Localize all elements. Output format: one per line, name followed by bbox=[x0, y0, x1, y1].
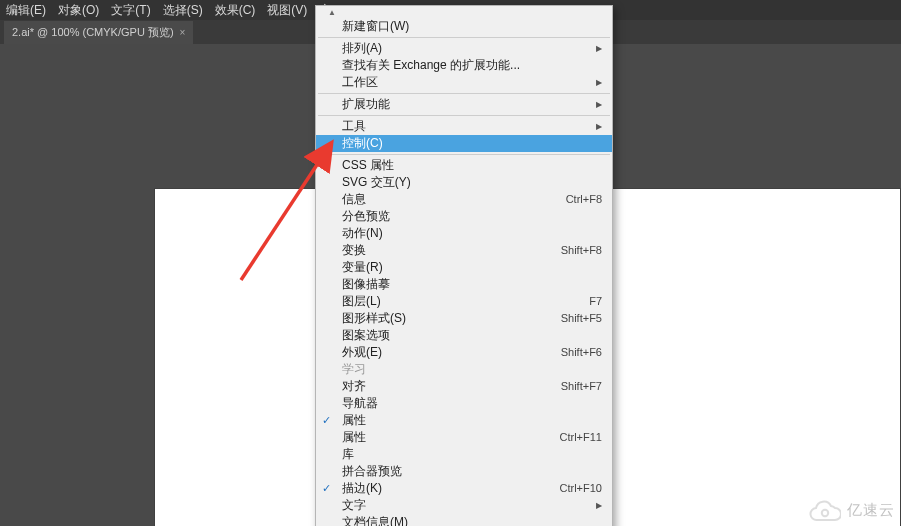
menu-item[interactable]: 图像描摹 bbox=[316, 276, 612, 293]
menu-item[interactable]: 文字▶ bbox=[316, 497, 612, 514]
menu-item[interactable]: 动作(N) bbox=[316, 225, 612, 242]
menu-item[interactable]: 外观(E)Shift+F6 bbox=[316, 344, 612, 361]
menu-item[interactable]: 信息Ctrl+F8 bbox=[316, 191, 612, 208]
menu-item-label: 描边(K) bbox=[342, 480, 560, 497]
menu-item-shortcut: Shift+F8 bbox=[561, 242, 602, 259]
menu-item[interactable]: ✓描边(K)Ctrl+F10 bbox=[316, 480, 612, 497]
menu-item-shortcut: Shift+F6 bbox=[561, 344, 602, 361]
menu-item[interactable]: 排列(A)▶ bbox=[316, 40, 612, 57]
window-menu-dropdown: ▲ 新建窗口(W)排列(A)▶查找有关 Exchange 的扩展功能...工作区… bbox=[315, 5, 613, 526]
menu-item[interactable]: SVG 交互(Y) bbox=[316, 174, 612, 191]
menu-item[interactable]: 控制(C) bbox=[316, 135, 612, 152]
menu-text[interactable]: 文字(T) bbox=[105, 0, 156, 21]
menu-item-label: 工作区 bbox=[342, 74, 602, 91]
menu-object[interactable]: 对象(O) bbox=[52, 0, 105, 21]
menu-item[interactable]: 变换Shift+F8 bbox=[316, 242, 612, 259]
scroll-up-icon[interactable]: ▲ bbox=[316, 8, 612, 18]
menu-item[interactable]: CSS 属性 bbox=[316, 157, 612, 174]
menu-item-label: 控制(C) bbox=[342, 135, 602, 152]
menu-view[interactable]: 视图(V) bbox=[261, 0, 313, 21]
menu-item-label: 信息 bbox=[342, 191, 566, 208]
submenu-arrow-icon: ▶ bbox=[596, 497, 602, 514]
menu-item-shortcut: Ctrl+F8 bbox=[566, 191, 602, 208]
menu-item-shortcut: Ctrl+F10 bbox=[560, 480, 603, 497]
menu-item-label: 图层(L) bbox=[342, 293, 589, 310]
menu-item-label: 库 bbox=[342, 446, 602, 463]
menu-item[interactable]: 拼合器预览 bbox=[316, 463, 612, 480]
menu-item-label: 图案选项 bbox=[342, 327, 602, 344]
menu-effect[interactable]: 效果(C) bbox=[209, 0, 262, 21]
menu-edit[interactable]: 编辑(E) bbox=[0, 0, 52, 21]
menu-item[interactable]: 新建窗口(W) bbox=[316, 18, 612, 35]
menu-item[interactable]: 图层(L)F7 bbox=[316, 293, 612, 310]
menu-item[interactable]: 工具▶ bbox=[316, 118, 612, 135]
menu-separator bbox=[318, 115, 610, 116]
close-icon[interactable]: × bbox=[180, 27, 186, 38]
menu-item[interactable]: 库 bbox=[316, 446, 612, 463]
menu-separator bbox=[318, 93, 610, 94]
menu-item[interactable]: 查找有关 Exchange 的扩展功能... bbox=[316, 57, 612, 74]
menu-item[interactable]: 图案选项 bbox=[316, 327, 612, 344]
menu-item-label: 属性 bbox=[342, 429, 560, 446]
menu-item-label: 对齐 bbox=[342, 378, 561, 395]
menu-item-label: 文档信息(M) bbox=[342, 514, 602, 526]
menu-item[interactable]: 属性Ctrl+F11 bbox=[316, 429, 612, 446]
menu-separator bbox=[318, 154, 610, 155]
menu-item-label: 变换 bbox=[342, 242, 561, 259]
cloud-logo-icon bbox=[801, 498, 841, 522]
menu-item[interactable]: 对齐Shift+F7 bbox=[316, 378, 612, 395]
check-icon: ✓ bbox=[322, 412, 331, 429]
menu-item-shortcut: Shift+F5 bbox=[561, 310, 602, 327]
menu-item[interactable]: 图形样式(S)Shift+F5 bbox=[316, 310, 612, 327]
menu-item-label: 动作(N) bbox=[342, 225, 602, 242]
watermark-text: 亿速云 bbox=[847, 501, 895, 520]
menu-item[interactable]: ✓属性 bbox=[316, 412, 612, 429]
menu-item-label: 分色预览 bbox=[342, 208, 602, 225]
menu-item-label: 新建窗口(W) bbox=[342, 18, 602, 35]
menu-item-label: CSS 属性 bbox=[342, 157, 602, 174]
menu-item-label: 查找有关 Exchange 的扩展功能... bbox=[342, 57, 602, 74]
menu-item[interactable]: 分色预览 bbox=[316, 208, 612, 225]
menu-item-shortcut: Ctrl+F11 bbox=[560, 429, 603, 446]
menu-item[interactable]: 扩展功能▶ bbox=[316, 96, 612, 113]
check-icon: ✓ bbox=[322, 480, 331, 497]
menu-item-label: 导航器 bbox=[342, 395, 602, 412]
menu-item-label: SVG 交互(Y) bbox=[342, 174, 602, 191]
menu-item[interactable]: 文档信息(M) bbox=[316, 514, 612, 526]
svg-point-1 bbox=[822, 510, 828, 516]
document-tab-title: 2.ai* @ 100% (CMYK/GPU 预览) bbox=[12, 25, 174, 40]
menu-select[interactable]: 选择(S) bbox=[157, 0, 209, 21]
menu-item-label: 拼合器预览 bbox=[342, 463, 602, 480]
menu-item-shortcut: F7 bbox=[589, 293, 602, 310]
document-tab[interactable]: 2.ai* @ 100% (CMYK/GPU 预览) × bbox=[4, 21, 193, 44]
menu-item-label: 属性 bbox=[342, 412, 602, 429]
menu-item-label: 图像描摹 bbox=[342, 276, 602, 293]
menu-item-label: 图形样式(S) bbox=[342, 310, 561, 327]
menu-item-label: 学习 bbox=[342, 361, 602, 378]
menu-item-label: 外观(E) bbox=[342, 344, 561, 361]
menu-separator bbox=[318, 37, 610, 38]
submenu-arrow-icon: ▶ bbox=[596, 40, 602, 57]
watermark: 亿速云 bbox=[801, 498, 895, 522]
submenu-arrow-icon: ▶ bbox=[596, 96, 602, 113]
menu-item: 学习 bbox=[316, 361, 612, 378]
menu-item-label: 变量(R) bbox=[342, 259, 602, 276]
menu-item[interactable]: 变量(R) bbox=[316, 259, 612, 276]
menu-item[interactable]: 工作区▶ bbox=[316, 74, 612, 91]
menu-item-label: 排列(A) bbox=[342, 40, 602, 57]
menu-item-shortcut: Shift+F7 bbox=[561, 378, 602, 395]
menu-item[interactable]: 导航器 bbox=[316, 395, 612, 412]
menu-item-label: 扩展功能 bbox=[342, 96, 602, 113]
submenu-arrow-icon: ▶ bbox=[596, 118, 602, 135]
menu-item-label: 工具 bbox=[342, 118, 602, 135]
menu-item-label: 文字 bbox=[342, 497, 602, 514]
submenu-arrow-icon: ▶ bbox=[596, 74, 602, 91]
